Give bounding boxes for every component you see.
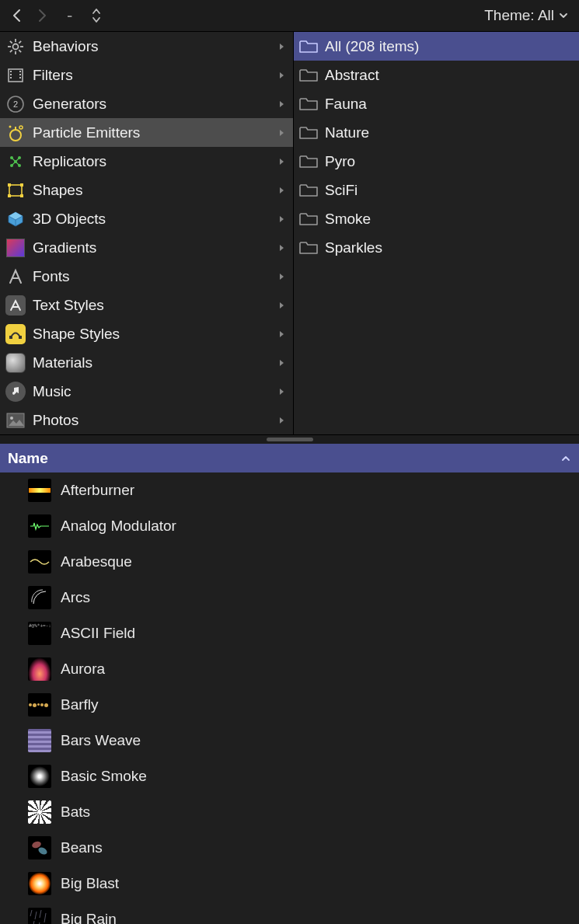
category-text-styles[interactable]: Text Styles bbox=[0, 291, 293, 319]
list-item[interactable]: Beans bbox=[0, 830, 579, 866]
category-replicators[interactable]: Replicators bbox=[0, 147, 293, 176]
list-item[interactable]: Arcs bbox=[0, 580, 579, 615]
path-display: - bbox=[56, 5, 83, 26]
item-label: Arabesque bbox=[61, 553, 132, 570]
chevron-right-icon bbox=[278, 416, 285, 425]
list-header[interactable]: Name bbox=[0, 444, 579, 472]
list-item[interactable]: #@%*+=-:.#@%*+=-:.#@%*ASCII Field bbox=[0, 615, 579, 651]
toolbar: - Theme: All bbox=[0, 0, 579, 31]
category-label: Shape Styles bbox=[33, 326, 278, 343]
list-item[interactable]: Analog Modulator bbox=[0, 508, 579, 544]
item-thumbnail bbox=[28, 908, 51, 924]
svg-point-18 bbox=[10, 130, 21, 141]
forward-button[interactable] bbox=[31, 5, 53, 26]
item-label: Big Blast bbox=[61, 875, 119, 892]
category-particle-emitters[interactable]: Particle Emitters bbox=[0, 118, 293, 147]
chevron-right-icon bbox=[278, 301, 285, 310]
item-label: Big Rain bbox=[61, 911, 117, 924]
svg-line-44 bbox=[33, 921, 34, 924]
cube3d-icon bbox=[5, 208, 26, 230]
list-item[interactable]: Aurora bbox=[0, 651, 579, 687]
category-label: Fonts bbox=[33, 268, 278, 285]
item-label: Arcs bbox=[61, 589, 90, 606]
item-thumbnail bbox=[28, 550, 51, 574]
item-label: Afterburner bbox=[61, 482, 134, 499]
toolbar-nav-group: - bbox=[6, 5, 106, 26]
svg-line-5 bbox=[10, 40, 12, 43]
path-stepper[interactable] bbox=[86, 7, 106, 24]
chevron-right-icon bbox=[278, 99, 285, 109]
folder-pane[interactable]: All (208 items)AbstractFaunaNaturePyroSc… bbox=[294, 32, 579, 434]
category-shape-styles[interactable]: Shape Styles bbox=[0, 319, 293, 348]
item-label: ASCII Field bbox=[61, 625, 135, 642]
resize-handle-grip bbox=[267, 438, 313, 441]
font-icon bbox=[5, 266, 26, 288]
svg-point-20 bbox=[9, 125, 12, 127]
folder-icon bbox=[298, 182, 319, 199]
folder-fauna[interactable]: Fauna bbox=[294, 89, 579, 118]
list-item[interactable]: Bars Weave bbox=[0, 723, 579, 758]
music-icon bbox=[5, 381, 26, 403]
list-item[interactable]: Arabesque bbox=[0, 544, 579, 580]
item-list[interactable]: AfterburnerAnalog ModulatorArabesqueArcs… bbox=[0, 472, 579, 924]
category-music[interactable]: Music bbox=[0, 377, 293, 406]
folder-icon bbox=[298, 211, 319, 228]
replicator-icon bbox=[5, 151, 26, 173]
folder-pyro[interactable]: Pyro bbox=[294, 147, 579, 176]
folder-label: Nature bbox=[325, 124, 369, 141]
svg-rect-13 bbox=[19, 71, 21, 72]
category-materials[interactable]: Materials bbox=[0, 348, 293, 377]
list-item[interactable]: Big Blast bbox=[0, 866, 579, 901]
category-fonts[interactable]: Fonts bbox=[0, 262, 293, 291]
category-pane[interactable]: BehaviorsFilters2GeneratorsParticle Emit… bbox=[0, 32, 294, 434]
filmstrip-icon bbox=[5, 65, 26, 86]
back-button[interactable] bbox=[6, 5, 28, 26]
item-label: Basic Smoke bbox=[61, 768, 147, 785]
list-item[interactable]: Afterburner bbox=[0, 472, 579, 508]
resize-handle[interactable] bbox=[0, 435, 579, 444]
category-label: Particle Emitters bbox=[33, 124, 278, 141]
list-item[interactable]: Barfly bbox=[0, 687, 579, 723]
item-thumbnail bbox=[28, 729, 51, 752]
category-behaviors[interactable]: Behaviors bbox=[0, 32, 293, 61]
folder-icon bbox=[298, 38, 319, 55]
chevron-right-icon bbox=[278, 387, 285, 396]
category-filters[interactable]: Filters bbox=[0, 61, 293, 89]
svg-point-37 bbox=[10, 417, 13, 420]
folder-nature[interactable]: Nature bbox=[294, 118, 579, 147]
list-item[interactable]: Basic Smoke bbox=[0, 758, 579, 794]
item-thumbnail bbox=[28, 872, 51, 895]
list-item[interactable]: Bats bbox=[0, 794, 579, 830]
svg-rect-32 bbox=[8, 194, 11, 197]
item-thumbnail: #@%*+=-:.#@%*+=-:.#@%* bbox=[28, 622, 51, 645]
textstyle-icon bbox=[5, 295, 26, 316]
category-shapes[interactable]: Shapes bbox=[0, 176, 293, 204]
folder-icon bbox=[298, 153, 319, 170]
theme-selector[interactable]: Theme: All bbox=[484, 7, 573, 24]
folder-abstract[interactable]: Abstract bbox=[294, 61, 579, 89]
svg-rect-14 bbox=[19, 74, 21, 75]
folder-sparkles[interactable]: Sparkles bbox=[294, 233, 579, 262]
folder-all[interactable]: All (208 items) bbox=[294, 32, 579, 61]
gradient-icon bbox=[5, 237, 26, 259]
item-thumbnail bbox=[28, 514, 51, 538]
category-photos[interactable]: Photos bbox=[0, 406, 293, 434]
category-gradients[interactable]: Gradients bbox=[0, 233, 293, 262]
folder-scifi[interactable]: SciFi bbox=[294, 176, 579, 204]
category-label: Filters bbox=[33, 67, 278, 84]
category-label: Music bbox=[33, 383, 278, 400]
svg-line-42 bbox=[40, 910, 41, 918]
category-3d-objects[interactable]: 3D Objects bbox=[0, 204, 293, 233]
svg-rect-33 bbox=[20, 194, 23, 197]
svg-point-0 bbox=[13, 44, 19, 49]
category-label: Materials bbox=[33, 354, 278, 371]
category-generators[interactable]: 2Generators bbox=[0, 89, 293, 118]
material-icon bbox=[5, 352, 26, 374]
item-thumbnail bbox=[28, 657, 51, 681]
theme-label: Theme: All bbox=[484, 7, 554, 24]
folder-smoke[interactable]: Smoke bbox=[294, 204, 579, 233]
category-label: Replicators bbox=[33, 153, 278, 170]
category-label: Text Styles bbox=[33, 297, 278, 314]
list-item[interactable]: Big Rain bbox=[0, 901, 579, 924]
particle-icon bbox=[5, 122, 26, 144]
